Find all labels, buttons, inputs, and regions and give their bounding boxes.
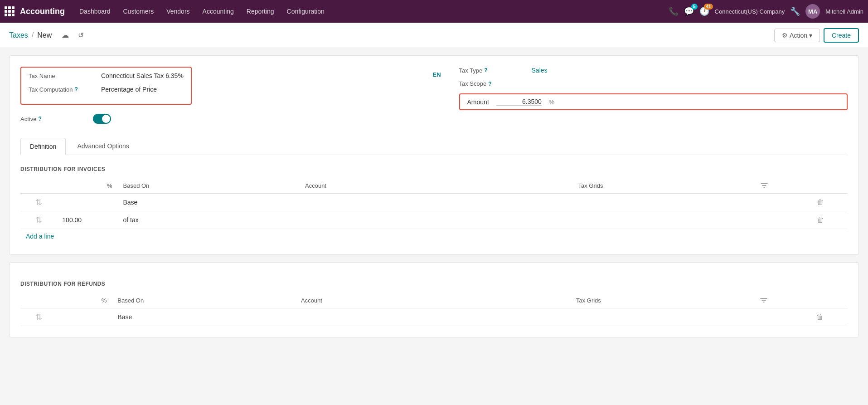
col-basedon-invoices: Based On: [118, 178, 300, 194]
amount-input[interactable]: [496, 98, 542, 106]
nav-reporting[interactable]: Reporting: [241, 5, 280, 18]
col-actions-refunds: [793, 293, 848, 308]
col-filter-refunds[interactable]: [754, 293, 793, 308]
app-logo[interactable]: Accounting: [5, 6, 65, 16]
drag-handle-0[interactable]: ⇅: [20, 194, 57, 211]
nav-vendors[interactable]: Vendors: [161, 5, 195, 18]
action-buttons: ⚙ Action ▾ Create: [774, 28, 859, 43]
nav-customers[interactable]: Customers: [118, 5, 160, 18]
delete-invoice-row-1[interactable]: 🗑: [817, 216, 824, 224]
col-taxgrids-refunds: Tax Grids: [571, 293, 754, 308]
invoice-row-0-taxgrids: [573, 194, 755, 211]
phone-icon[interactable]: 📞: [669, 6, 679, 16]
col-filter-invoices[interactable]: [755, 178, 793, 194]
app-name: Accounting: [20, 7, 65, 16]
amount-unit: %: [549, 98, 554, 106]
tax-type-label: Tax Type ?: [459, 67, 532, 74]
action-label: Action: [790, 32, 807, 39]
main-content: Tax Name Connecticut Sales Tax 6.35% Tax…: [0, 48, 868, 352]
tax-name-label: Tax Name: [29, 73, 101, 79]
toggle-switch[interactable]: [93, 114, 111, 124]
active-label: Active ?: [20, 116, 93, 122]
tax-name-value[interactable]: Connecticut Sales Tax 6.35%: [101, 72, 184, 79]
nav-right: 📞 💬 5 🕐 41 Connecticut(US) Company 🔧 MA …: [669, 4, 863, 19]
create-button[interactable]: Create: [824, 28, 859, 43]
col-basedon-refunds: Based On: [112, 293, 296, 308]
tax-name-computation-box: Tax Name Connecticut Sales Tax 6.35% Tax…: [20, 67, 192, 105]
refunds-card: DISTRIBUTION FOR REFUNDS % Based On Acco…: [9, 262, 859, 337]
tax-computation-field: Tax Computation ? Percentage of Price: [29, 86, 184, 93]
invoice-row-0-account: [300, 194, 572, 211]
col-taxgrids-invoices: Tax Grids: [573, 178, 755, 194]
add-invoice-line-btn[interactable]: Add a line: [20, 229, 59, 244]
refund-row-0: ⇅ Base 🗑: [20, 308, 848, 326]
delete-invoice-row-0[interactable]: 🗑: [817, 198, 824, 206]
tab-definition[interactable]: Definition: [20, 138, 66, 155]
breadcrumb-parent[interactable]: Taxes: [9, 31, 28, 39]
invoice-row-1-spacer: [755, 211, 793, 229]
tax-computation-label: Tax Computation ?: [29, 86, 101, 93]
delete-refund-row-0[interactable]: 🗑: [816, 313, 824, 321]
settings-icon[interactable]: 🔧: [790, 6, 800, 16]
col-account-invoices: Account: [300, 178, 572, 194]
tax-type-value[interactable]: Sales: [532, 67, 548, 74]
top-nav: Accounting Dashboard Customers Vendors A…: [0, 0, 868, 23]
breadcrumb-separator: /: [32, 31, 34, 39]
col-drag-invoices: [20, 178, 57, 194]
tab-content-definition: DISTRIBUTION FOR INVOICES % Based On Acc…: [20, 155, 848, 244]
tax-name-field: Tax Name Connecticut Sales Tax 6.35%: [29, 72, 184, 79]
col-account-refunds: Account: [296, 293, 571, 308]
tax-scope-help[interactable]: ?: [488, 81, 491, 87]
chat-badge: 5: [691, 4, 698, 10]
form-tabs: Definition Advanced Options: [20, 137, 848, 155]
gear-icon: ⚙: [782, 32, 788, 39]
en-button[interactable]: EN: [432, 71, 441, 78]
activity-badge: 41: [704, 4, 713, 10]
tax-computation-value[interactable]: Percentage of Price: [101, 86, 157, 93]
tax-scope-field: Tax Scope ?: [459, 80, 848, 87]
invoice-row-1: ⇅ 100.00 of tax 🗑: [20, 211, 848, 229]
company-name: Connecticut(US) Company: [715, 8, 785, 15]
col-percent-refunds: %: [57, 293, 112, 308]
refund-row-0-taxgrids: [571, 308, 754, 326]
drag-handle-refund-0[interactable]: ⇅: [20, 308, 57, 326]
active-field: Active ?: [20, 114, 409, 124]
active-toggle[interactable]: [93, 114, 111, 124]
refunds-section-title: DISTRIBUTION FOR REFUNDS: [20, 281, 848, 287]
nav-configuration[interactable]: Configuration: [281, 5, 330, 18]
active-help[interactable]: ?: [38, 116, 41, 122]
avatar[interactable]: MA: [805, 4, 820, 19]
refund-row-0-account: [296, 308, 571, 326]
nav-accounting[interactable]: Accounting: [197, 5, 239, 18]
grid-icon: [5, 6, 15, 16]
tab-advanced-options[interactable]: Advanced Options: [68, 137, 138, 155]
col-drag-refunds: [20, 293, 57, 308]
invoice-row-1-account: [300, 211, 572, 229]
breadcrumb-current: New: [37, 31, 52, 39]
activity-icon[interactable]: 🕐 41: [699, 6, 709, 16]
save-icon-btn[interactable]: ☁: [59, 30, 72, 40]
discard-icon-btn[interactable]: ↺: [75, 30, 87, 40]
tax-type-help[interactable]: ?: [484, 67, 487, 73]
action-button[interactable]: ⚙ Action ▾: [774, 29, 820, 42]
invoice-row-0-percent: [57, 194, 117, 211]
refunds-table: % Based On Account Tax Grids: [20, 293, 848, 326]
invoices-table: % Based On Account Tax Grids: [20, 178, 848, 229]
chat-icon[interactable]: 💬 5: [684, 6, 694, 16]
drag-handle-1[interactable]: ⇅: [20, 211, 57, 229]
tax-scope-label: Tax Scope ?: [459, 80, 532, 87]
invoice-row-1-percent: 100.00: [57, 211, 117, 229]
tax-type-field: Tax Type ? Sales: [459, 67, 848, 74]
nav-dashboard[interactable]: Dashboard: [74, 5, 116, 18]
col-percent-invoices: %: [57, 178, 117, 194]
amount-box: Amount %: [459, 93, 848, 110]
col-actions-invoices: [793, 178, 848, 194]
form-card: Tax Name Connecticut Sales Tax 6.35% Tax…: [9, 55, 859, 255]
chevron-down-icon: ▾: [809, 32, 812, 39]
toggle-knob: [102, 115, 110, 123]
refund-row-0-percent: [57, 308, 112, 326]
action-bar: Taxes / New ☁ ↺ ⚙ Action ▾ Create: [0, 23, 868, 48]
invoices-section-title: DISTRIBUTION FOR INVOICES: [20, 166, 848, 172]
tax-computation-help[interactable]: ?: [75, 86, 78, 93]
breadcrumb-actions: ☁ ↺: [59, 30, 87, 40]
